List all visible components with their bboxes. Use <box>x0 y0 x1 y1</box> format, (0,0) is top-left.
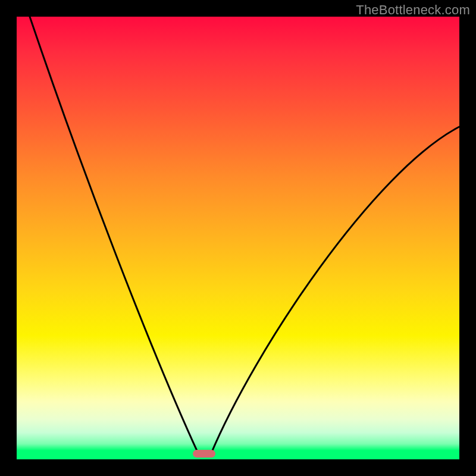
chart-frame: TheBottleneck.com <box>0 0 476 476</box>
watermark-text: TheBottleneck.com <box>356 2 470 18</box>
bottleneck-curve <box>17 17 459 459</box>
bottleneck-marker <box>193 450 215 458</box>
plot-area <box>17 17 459 459</box>
curve-left-branch <box>30 17 199 455</box>
curve-right-branch <box>211 127 459 455</box>
